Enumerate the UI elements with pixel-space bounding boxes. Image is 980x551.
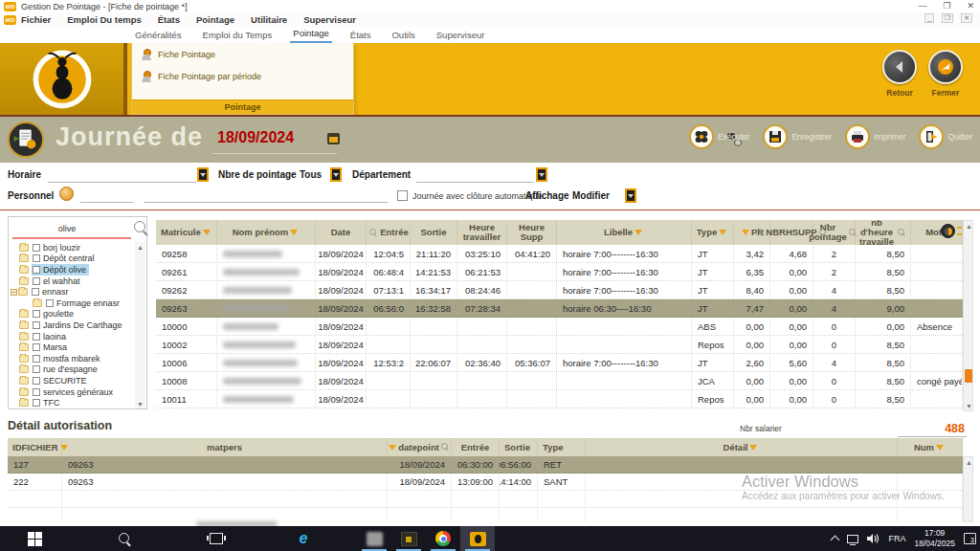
tree-checkbox[interactable] bbox=[33, 343, 40, 351]
pointage-col-nom-pr-nom[interactable]: Nom prénom bbox=[217, 220, 316, 245]
taskbar-app-1[interactable] bbox=[357, 526, 391, 551]
taskbar-pointage-app[interactable] bbox=[460, 526, 495, 551]
search-icon[interactable] bbox=[134, 221, 148, 235]
tree-item-formage-ennasr[interactable]: Formage ennasr bbox=[11, 298, 135, 309]
tree-checkbox[interactable] bbox=[33, 399, 40, 407]
affichage-select[interactable]: Modifier bbox=[572, 190, 610, 201]
ribbon-item-fiche-pointage-par-p-riode[interactable]: Fiche Pointage par période bbox=[132, 65, 353, 87]
tree-checkbox[interactable] bbox=[33, 321, 40, 329]
taskbar-clock[interactable]: 17:09 18/04/2025 bbox=[914, 528, 955, 548]
ribbon-item-fiche-pointage[interactable]: Fiche Pointage bbox=[132, 43, 353, 65]
filter-funnel-icon[interactable] bbox=[290, 230, 298, 235]
ribbon-tab-superviseur[interactable]: Superviseur bbox=[434, 28, 488, 43]
pointage-col-sortie[interactable]: Sortie bbox=[411, 220, 457, 245]
tree-item-jardins-de-carthage[interactable]: Jardins De Carthage bbox=[11, 320, 135, 331]
chevron-up-icon[interactable] bbox=[831, 536, 840, 545]
tree-item-laoina[interactable]: laoina bbox=[11, 331, 135, 342]
pointage-row-10008[interactable]: 1000818/09/2024JCA0,000,0008,50congé pay… bbox=[156, 372, 963, 390]
personnel-name-field[interactable] bbox=[144, 202, 388, 203]
autorisation-col-idfichier[interactable]: IDFICHIER bbox=[8, 438, 62, 456]
tree-checkbox[interactable] bbox=[33, 254, 40, 262]
affichage-dropdown-icon[interactable] bbox=[625, 188, 636, 203]
horaire-field[interactable] bbox=[48, 182, 196, 183]
scroll-down-icon[interactable]: ▼ bbox=[964, 401, 974, 410]
tree-item-tfc[interactable]: TFC bbox=[11, 397, 135, 408]
table-menu-icon[interactable] bbox=[957, 227, 962, 235]
start-button[interactable] bbox=[17, 526, 52, 551]
filter-funnel-icon[interactable] bbox=[635, 230, 642, 235]
nbre-pointage-dropdown-icon[interactable] bbox=[330, 167, 342, 182]
tree-item-marsa[interactable]: Marsa bbox=[11, 342, 135, 353]
pointage-row-09261[interactable]: 0926118/09/202406:48:414:21:5306:21:53ho… bbox=[156, 263, 963, 281]
personnel-icon[interactable] bbox=[59, 187, 74, 201]
quitter-button[interactable]: Quitter bbox=[919, 124, 972, 149]
date-field[interactable]: 18/09/2024 bbox=[217, 129, 294, 146]
taskbar-chrome[interactable] bbox=[426, 526, 460, 551]
filter-funnel-icon[interactable] bbox=[719, 230, 726, 235]
column-search-icon[interactable] bbox=[819, 229, 828, 237]
task-view-button[interactable] bbox=[199, 526, 234, 551]
scroll-up-icon[interactable]: ▲ bbox=[964, 221, 974, 231]
pointage-row-10006[interactable]: 1000618/09/202412:53:222:06:0702:36:4005… bbox=[156, 354, 963, 372]
filter-funnel-icon[interactable] bbox=[749, 445, 757, 451]
pointage-row-09262[interactable]: 0926218/09/202407:13:116:34:1708:24:46ho… bbox=[156, 281, 963, 299]
menu-fichier[interactable]: Fichier bbox=[21, 14, 51, 25]
tree-checkbox[interactable] bbox=[33, 365, 40, 373]
scroll-up-icon[interactable]: ▲ bbox=[135, 242, 145, 252]
pointage-col-date[interactable]: Date bbox=[316, 220, 367, 245]
tree-checkbox[interactable] bbox=[33, 355, 40, 363]
tree-item-securite[interactable]: SECURITE bbox=[11, 375, 135, 386]
departement-field[interactable] bbox=[416, 182, 534, 183]
menu-superviseur[interactable]: Superviseur bbox=[303, 14, 356, 25]
autorisation-col-entr-e[interactable]: Entrée bbox=[452, 438, 500, 456]
pointage-col-matricule[interactable]: Matricule bbox=[156, 220, 217, 245]
close-icon[interactable]: ✕ bbox=[967, 2, 974, 11]
tree-checkbox[interactable] bbox=[33, 277, 40, 285]
column-search-icon[interactable] bbox=[441, 443, 450, 452]
tree-item-borj-louzir[interactable]: borj louzir bbox=[11, 242, 135, 253]
executer-button[interactable]: Exécuter bbox=[689, 124, 750, 149]
imprimer-button[interactable]: Imprimer bbox=[845, 124, 906, 149]
mdi-minimize-icon[interactable]: _ bbox=[924, 13, 934, 23]
filter-funnel-icon[interactable] bbox=[936, 445, 944, 451]
menu-utilitaire[interactable]: Utilitaire bbox=[251, 14, 287, 25]
tree-item-ennasr[interactable]: −ennasr bbox=[11, 286, 135, 298]
autorisation-col-sortie[interactable]: Sortie bbox=[500, 438, 538, 456]
main-table-scrollbar[interactable]: ▲ ▼ bbox=[963, 220, 973, 411]
nbre-pointage-select[interactable]: Tous bbox=[300, 169, 322, 180]
pointage-col-motif[interactable]: Motif bbox=[911, 220, 963, 245]
internet-explorer-button[interactable]: e bbox=[286, 526, 321, 551]
tree-expander-icon[interactable]: − bbox=[11, 289, 17, 296]
tree-item-goulette[interactable]: goulette bbox=[11, 309, 135, 320]
ribbon-tab-emploi-du-temps[interactable]: Emploi du Temps bbox=[200, 28, 276, 43]
pointage-row-10002[interactable]: 1000218/09/2024Repos0,000,0008,50 bbox=[156, 336, 963, 354]
tree-checkbox[interactable] bbox=[33, 310, 40, 318]
table-settings-icon[interactable] bbox=[941, 224, 955, 238]
tree-item-services-g-n-raux[interactable]: services généraux bbox=[11, 386, 135, 398]
autorisation-col-num[interactable]: Num bbox=[898, 438, 963, 456]
pointage-col-entr-e[interactable]: Entrée bbox=[367, 220, 411, 245]
filter-funnel-icon[interactable] bbox=[742, 230, 749, 235]
pointage-row-10011[interactable]: 1001118/09/2024Repos0,000,0008,50 bbox=[156, 390, 963, 408]
personnel-code-field[interactable] bbox=[80, 202, 133, 203]
cloture-checkbox[interactable] bbox=[397, 190, 408, 201]
tree-item-rue-d-espagne[interactable]: rue d'espagne bbox=[11, 364, 135, 376]
tree-item-mostfa-mbarek[interactable]: mostfa mbarek bbox=[11, 353, 135, 364]
tree-item-d-p-t-olive[interactable]: Dépôt olive bbox=[11, 264, 135, 276]
departement-dropdown-icon[interactable] bbox=[536, 167, 547, 182]
detail-table-scrollbar[interactable]: ▲ bbox=[963, 456, 973, 522]
autorisation-col-d-tail[interactable]: Détail bbox=[586, 438, 898, 456]
pointage-row-09258[interactable]: 0925818/09/202412:04:521:11:2003:25:1004… bbox=[156, 245, 963, 263]
menu-emploi-du-temps[interactable]: Emploi Du temps bbox=[67, 14, 142, 25]
mdi-close-icon[interactable]: ✕ bbox=[961, 13, 972, 23]
taskbar-app-2[interactable] bbox=[391, 526, 426, 551]
tree-checkbox[interactable] bbox=[33, 388, 40, 396]
ribbon-tab-outils[interactable]: Outils bbox=[389, 28, 417, 43]
language-indicator[interactable]: FRA bbox=[888, 534, 905, 543]
pointage-row-09263[interactable]: 0926318/09/202406:56:016:32:5807:28:34ho… bbox=[156, 299, 963, 318]
column-search-icon[interactable] bbox=[755, 229, 764, 237]
filter-funnel-icon[interactable] bbox=[203, 230, 211, 235]
volume-icon[interactable] bbox=[867, 533, 880, 544]
calendar-icon[interactable] bbox=[327, 133, 340, 144]
restore-icon[interactable]: ❐ bbox=[943, 2, 950, 11]
